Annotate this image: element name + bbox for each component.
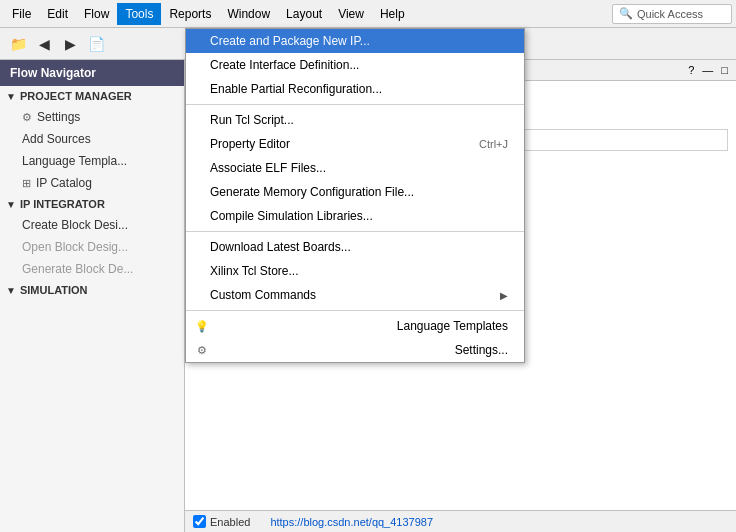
language-templates-menu-label: Language Templates <box>397 319 508 333</box>
associate-elf-item[interactable]: Associate ELF Files... <box>186 156 524 180</box>
property-editor-shortcut: Ctrl+J <box>479 138 508 150</box>
language-templates-item[interactable]: Language Templa... <box>0 150 184 172</box>
enabled-label: Enabled <box>210 516 250 528</box>
simulation-label: SIMULATION <box>20 284 88 296</box>
generate-memory-config-label: Generate Memory Configuration File... <box>210 185 414 199</box>
ip-icon: ⊞ <box>22 177 31 190</box>
lang-templates-label: Language Templa... <box>22 154 127 168</box>
tools-dropdown: Create and Package New IP... Create Inte… <box>185 28 525 363</box>
enabled-checkbox-group: Enabled <box>193 515 250 528</box>
bulb-icon: 💡 <box>194 320 210 333</box>
section-project-manager[interactable]: ▼ PROJECT MANAGER <box>0 86 184 106</box>
property-editor-label: Property Editor <box>210 137 290 151</box>
add-sources-item[interactable]: Add Sources <box>0 128 184 150</box>
associate-elf-label: Associate ELF Files... <box>210 161 326 175</box>
flow-nav-title: Flow Navigator <box>0 60 184 86</box>
ip-integrator-label: IP INTEGRATOR <box>20 198 105 210</box>
section-label: PROJECT MANAGER <box>20 90 132 102</box>
minimize-icon[interactable]: — <box>702 64 713 76</box>
new-file-btn[interactable]: 📄 <box>84 32 108 56</box>
separator-1 <box>186 104 524 105</box>
xilinx-tcl-store-item[interactable]: Xilinx Tcl Store... <box>186 259 524 283</box>
custom-commands-item[interactable]: Custom Commands ▶ <box>186 283 524 307</box>
create-package-ip-item[interactable]: Create and Package New IP... <box>186 29 524 53</box>
quick-access-label: Quick Access <box>637 8 703 20</box>
help-icon[interactable]: ? <box>688 64 694 76</box>
separator-3 <box>186 310 524 311</box>
forward-btn[interactable]: ▶ <box>58 32 82 56</box>
settings-menu-item[interactable]: ⚙ Settings... <box>186 338 524 362</box>
open-project-btn[interactable]: 📁 <box>6 32 30 56</box>
generate-memory-config-item[interactable]: Generate Memory Configuration File... <box>186 180 524 204</box>
arrow-icon: ▼ <box>6 91 16 102</box>
flow-navigator: Flow Navigator ▼ PROJECT MANAGER ⚙ Setti… <box>0 60 185 532</box>
menu-tools[interactable]: Tools <box>117 3 161 25</box>
create-interface-def-item[interactable]: Create Interface Definition... <box>186 53 524 77</box>
xilinx-tcl-store-label: Xilinx Tcl Store... <box>210 264 298 278</box>
property-editor-item[interactable]: Property Editor Ctrl+J <box>186 132 524 156</box>
arrow-icon-ip: ▼ <box>6 199 16 210</box>
forward-icon: ▶ <box>65 36 76 52</box>
menubar: File Edit Flow Tools Reports Window Layo… <box>0 0 736 28</box>
url-link[interactable]: https://blog.csdn.net/qq_4137987 <box>270 516 433 528</box>
menu-layout[interactable]: Layout <box>278 3 330 25</box>
section-simulation[interactable]: ▼ SIMULATION <box>0 280 184 300</box>
arrow-icon-sim: ▼ <box>6 285 16 296</box>
open-block-label: Open Block Desig... <box>22 240 128 254</box>
menu-help[interactable]: Help <box>372 3 413 25</box>
enable-partial-reconfig-item[interactable]: Enable Partial Reconfiguration... <box>186 77 524 101</box>
download-boards-item[interactable]: Download Latest Boards... <box>186 235 524 259</box>
separator-2 <box>186 231 524 232</box>
quick-access-input[interactable]: 🔍 Quick Access <box>612 4 732 24</box>
create-package-ip-label: Create and Package New IP... <box>210 34 370 48</box>
settings-item[interactable]: ⚙ Settings <box>0 106 184 128</box>
back-icon: ◀ <box>39 36 50 52</box>
gear-icon: ⚙ <box>22 111 32 124</box>
enabled-checkbox[interactable] <box>193 515 206 528</box>
search-icon: 🔍 <box>619 7 633 20</box>
create-interface-def-label: Create Interface Definition... <box>210 58 359 72</box>
run-tcl-script-item[interactable]: Run Tcl Script... <box>186 108 524 132</box>
open-block-design-item[interactable]: Open Block Desig... <box>0 236 184 258</box>
submenu-arrow-icon: ▶ <box>500 290 508 301</box>
open-icon: 📁 <box>10 36 27 52</box>
section-ip-integrator[interactable]: ▼ IP INTEGRATOR <box>0 194 184 214</box>
menu-flow[interactable]: Flow <box>76 3 117 25</box>
generate-block-design-item[interactable]: Generate Block De... <box>0 258 184 280</box>
add-sources-label: Add Sources <box>22 132 91 146</box>
language-templates-menu-item[interactable]: 💡 Language Templates <box>186 314 524 338</box>
new-file-icon: 📄 <box>88 36 105 52</box>
maximize-icon[interactable]: □ <box>721 64 728 76</box>
custom-commands-label: Custom Commands <box>210 288 316 302</box>
compile-sim-label: Compile Simulation Libraries... <box>210 209 373 223</box>
menu-view[interactable]: View <box>330 3 372 25</box>
ip-catalog-item[interactable]: ⊞ IP Catalog <box>0 172 184 194</box>
back-btn[interactable]: ◀ <box>32 32 56 56</box>
generate-block-label: Generate Block De... <box>22 262 133 276</box>
menu-file[interactable]: File <box>4 3 39 25</box>
menu-edit[interactable]: Edit <box>39 3 76 25</box>
enable-partial-reconfig-label: Enable Partial Reconfiguration... <box>210 82 382 96</box>
create-block-design-item[interactable]: Create Block Desi... <box>0 214 184 236</box>
ip-catalog-label: IP Catalog <box>36 176 92 190</box>
create-block-label: Create Block Desi... <box>22 218 128 232</box>
settings-gear-icon: ⚙ <box>194 344 210 357</box>
settings-menu-label: Settings... <box>455 343 508 357</box>
run-tcl-script-label: Run Tcl Script... <box>210 113 294 127</box>
settings-label: Settings <box>37 110 80 124</box>
status-bar: Enabled https://blog.csdn.net/qq_4137987 <box>185 510 736 532</box>
menu-window[interactable]: Window <box>219 3 278 25</box>
menu-reports[interactable]: Reports <box>161 3 219 25</box>
download-boards-label: Download Latest Boards... <box>210 240 351 254</box>
compile-sim-libraries-item[interactable]: Compile Simulation Libraries... <box>186 204 524 228</box>
